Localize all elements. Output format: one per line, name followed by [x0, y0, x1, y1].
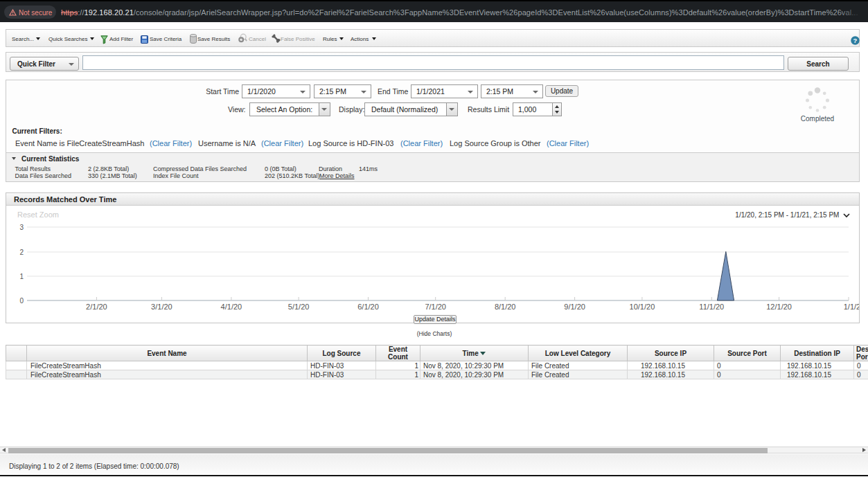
- svg-text:?: ?: [853, 37, 858, 44]
- svg-text:1/1/21: 1/1/21: [844, 303, 859, 311]
- svg-text:6/1/20: 6/1/20: [357, 303, 379, 311]
- svg-text:3/1/20: 3/1/20: [151, 303, 172, 311]
- svg-text:8/1/20: 8/1/20: [495, 303, 516, 311]
- svg-text:0: 0: [19, 297, 24, 305]
- svg-text:9/1/20: 9/1/20: [564, 303, 585, 311]
- svg-text:4/1/20: 4/1/20: [221, 303, 242, 311]
- svg-text:5/1/20: 5/1/20: [288, 303, 310, 311]
- svg-text:10/1/20: 10/1/20: [630, 303, 655, 311]
- svg-text:1: 1: [19, 273, 24, 280]
- svg-text:3: 3: [19, 224, 24, 231]
- svg-text:2/1/20: 2/1/20: [86, 303, 107, 311]
- svg-text:11/1/20: 11/1/20: [699, 303, 724, 311]
- svg-text:7/1/20: 7/1/20: [425, 303, 446, 311]
- svg-text:12/1/20: 12/1/20: [766, 303, 792, 311]
- svg-text:2: 2: [19, 249, 24, 256]
